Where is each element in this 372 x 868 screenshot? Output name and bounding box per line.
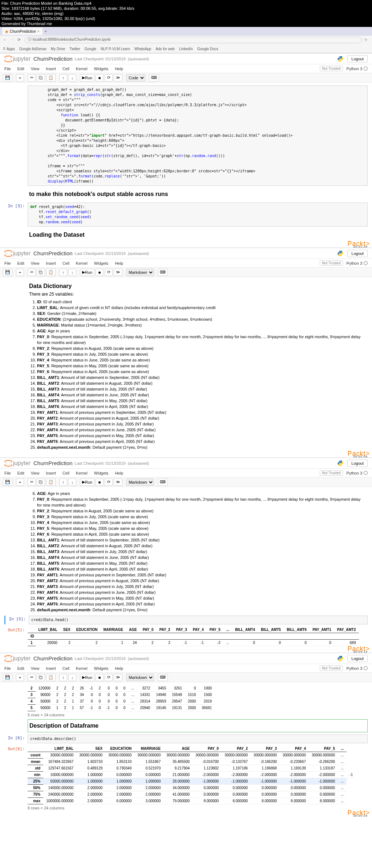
stop-button[interactable]: ■	[96, 479, 104, 486]
star-icon[interactable]: ☆	[364, 37, 369, 43]
menu-insert[interactable]: Insert	[46, 471, 56, 475]
notebook-title[interactable]: ChurnPrediction	[33, 655, 73, 661]
menu-edit[interactable]: Edit	[17, 471, 24, 475]
kernel-indicator[interactable]: Python 3	[347, 471, 368, 475]
notebook-title[interactable]: ChurnPrediction	[33, 56, 73, 62]
notebook-title[interactable]: ChurnPrediction	[33, 250, 73, 256]
paste-button[interactable]: 📋	[46, 674, 56, 681]
cut-button[interactable]: ✂	[28, 74, 36, 81]
command-palette-button[interactable]: ⌨	[149, 74, 159, 81]
stop-button[interactable]: ■	[96, 674, 104, 681]
code-content[interactable]: creditData.describe()	[28, 735, 368, 743]
restart-run-button[interactable]: ≫	[114, 269, 122, 276]
markdown-cell[interactable]: Loading the Dataset	[4, 229, 368, 241]
menu-edit[interactable]: Edit	[17, 261, 24, 265]
bookmark-item[interactable]: Ads for web	[155, 47, 175, 51]
jupyter-logo[interactable]: jupyter	[4, 249, 31, 257]
move-up-button[interactable]: ↑	[59, 479, 67, 486]
notebook-title[interactable]: ChurnPrediction	[33, 460, 73, 466]
trust-indicator[interactable]: Not Trusted	[320, 260, 343, 266]
reload-icon[interactable]: ⟳	[17, 37, 23, 43]
code-cell[interactable]: In [5]: creditData.head()	[4, 616, 368, 624]
menu-edit[interactable]: Edit	[17, 666, 24, 671]
cell-type-select[interactable]: Markdown	[126, 674, 154, 681]
url-input[interactable]: ⓘ localhost:8888/notebooks/ChurnPredicti…	[25, 37, 362, 43]
jupyter-logo[interactable]: jupyter	[4, 655, 31, 663]
logout-button[interactable]: Logout	[347, 55, 368, 63]
menu-kernel[interactable]: Kernel	[76, 666, 88, 671]
bookmark-item[interactable]: Google AdSense	[19, 47, 46, 51]
add-cell-button[interactable]: +	[16, 269, 24, 276]
run-button[interactable]: ▶ Run	[80, 674, 94, 681]
kernel-indicator[interactable]: Python 3	[347, 261, 368, 265]
paste-button[interactable]: 📋	[46, 479, 56, 486]
run-button[interactable]: ▶ Run	[80, 74, 94, 81]
stop-button[interactable]: ■	[96, 269, 104, 276]
bookmark-item[interactable]: Google Docs	[197, 47, 218, 51]
restart-run-button[interactable]: ≫	[114, 674, 122, 681]
cell-type-select[interactable]: Code	[126, 74, 145, 81]
menu-help[interactable]: Help	[115, 471, 123, 475]
jupyter-logo[interactable]: jupyter	[4, 55, 31, 63]
jupyter-logo[interactable]: jupyter	[4, 459, 31, 467]
move-down-button[interactable]: ↓	[68, 269, 76, 276]
code-cell[interactable]: In [3]: def reset_graph(seed=42): tf.res…	[4, 203, 368, 227]
kernel-indicator[interactable]: Python 3	[347, 67, 368, 71]
cut-button[interactable]: ✂	[28, 269, 36, 276]
menu-file[interactable]: File	[4, 261, 11, 265]
menu-insert[interactable]: Insert	[46, 67, 56, 71]
code-content[interactable]: creditData.head()	[29, 616, 368, 624]
menu-widgets[interactable]: Widgets	[94, 261, 109, 265]
bookmark-item[interactable]: Google	[85, 47, 96, 51]
menu-widgets[interactable]: Widgets	[94, 666, 109, 671]
menu-kernel[interactable]: Kernel	[76, 261, 88, 265]
menu-widgets[interactable]: Widgets	[94, 471, 109, 475]
cut-button[interactable]: ✂	[28, 479, 36, 486]
menu-insert[interactable]: Insert	[46, 666, 56, 671]
cell-type-select[interactable]: Markdown	[126, 479, 154, 486]
menu-cell[interactable]: Cell	[62, 261, 69, 265]
logout-button[interactable]: Logout	[347, 655, 368, 662]
forward-icon[interactable]: →	[10, 37, 15, 43]
move-up-button[interactable]: ↑	[59, 674, 67, 681]
cut-button[interactable]: ✂	[28, 674, 36, 681]
menu-file[interactable]: File	[4, 67, 11, 71]
move-down-button[interactable]: ↓	[68, 674, 76, 681]
restart-button[interactable]: ⟳	[105, 674, 113, 681]
logout-button[interactable]: Logout	[347, 460, 368, 467]
markdown-cell[interactable]: to make this notebook's output stable ac…	[4, 188, 368, 200]
command-palette-button[interactable]: ⌨	[158, 479, 168, 486]
kernel-indicator[interactable]: Python 3	[347, 666, 368, 671]
paste-button[interactable]: 📋	[46, 74, 56, 81]
menu-cell[interactable]: Cell	[62, 666, 69, 671]
menu-edit[interactable]: Edit	[17, 67, 24, 71]
menu-widgets[interactable]: Widgets	[94, 67, 109, 71]
restart-run-button[interactable]: ≫	[114, 479, 122, 486]
trust-indicator[interactable]: Not Trusted	[320, 66, 343, 71]
markdown-cell[interactable]: Description of Dataframe	[4, 719, 368, 732]
menu-cell[interactable]: Cell	[62, 471, 69, 475]
copy-button[interactable]: ⿻	[37, 269, 45, 276]
trust-indicator[interactable]: Not Trusted	[320, 665, 343, 671]
add-cell-button[interactable]: +	[16, 674, 24, 681]
restart-button[interactable]: ⟳	[105, 269, 113, 276]
run-button[interactable]: ▶ Run	[80, 479, 94, 486]
menu-cell[interactable]: Cell	[62, 67, 69, 71]
bookmark-item[interactable]: ⠿Apps	[3, 47, 15, 51]
menu-view[interactable]: View	[31, 471, 40, 475]
copy-button[interactable]: ⿻	[37, 674, 45, 681]
save-button[interactable]: 💾	[3, 269, 12, 276]
code-cell[interactable]: In [6]: creditData.describe()	[4, 735, 368, 743]
code-content[interactable]: graph_def = graph_def.as_graph_def() str…	[28, 85, 368, 186]
save-button[interactable]: 💾	[3, 74, 12, 81]
new-tab-icon[interactable]: +	[43, 29, 49, 33]
move-up-button[interactable]: ↑	[59, 74, 67, 81]
move-down-button[interactable]: ↓	[68, 74, 76, 81]
code-content[interactable]: def reset_graph(seed=42): tf.reset_defau…	[28, 203, 368, 227]
markdown-cell[interactable]: Data Dictionary There are 25 variables: …	[4, 280, 368, 451]
save-button[interactable]: 💾	[3, 479, 12, 486]
save-button[interactable]: 💾	[3, 674, 12, 681]
run-button[interactable]: ▶ Run	[80, 269, 94, 276]
restart-button[interactable]: ⟳	[105, 479, 113, 486]
bookmark-item[interactable]: Twitter	[69, 47, 80, 51]
